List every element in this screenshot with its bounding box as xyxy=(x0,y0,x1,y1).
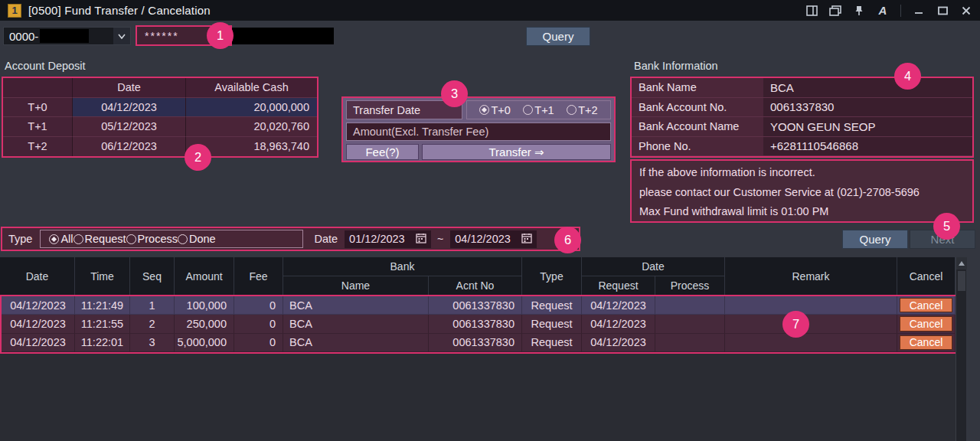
order-request-date[interactable]: 04/12/2023 xyxy=(582,315,655,333)
order-bank-name[interactable]: BCA xyxy=(283,296,429,315)
font-settings-icon[interactable]: A xyxy=(877,5,889,17)
account-select[interactable]: 0000- xyxy=(3,27,131,45)
deposit-row-date[interactable]: 04/12/2023 xyxy=(73,98,186,118)
minimize-icon[interactable] xyxy=(913,5,925,17)
header-amount: Amount xyxy=(175,257,234,296)
amount-input[interactable]: Amount(Excl. Transfer Fee) xyxy=(346,122,611,141)
deposit-row-label[interactable]: T+2 xyxy=(3,137,73,157)
transfer-date-option-t2[interactable]: T+2 xyxy=(567,104,597,116)
notice-line: please contact our Customer Service at (… xyxy=(639,183,965,203)
deposit-row-label[interactable]: T+0 xyxy=(3,98,73,118)
order-acnt-no[interactable]: 0061337830 xyxy=(429,315,522,333)
deposit-row-label[interactable]: T+1 xyxy=(3,117,73,137)
order-date[interactable]: 04/12/2023 xyxy=(2,296,75,315)
annotation-badge-5: 5 xyxy=(933,213,960,240)
bank-field-label: Phone No. xyxy=(632,137,763,157)
order-bank-name[interactable]: BCA xyxy=(283,315,429,333)
order-request-date[interactable]: 04/12/2023 xyxy=(582,296,655,315)
order-date[interactable]: 04/12/2023 xyxy=(2,315,75,333)
pin-icon[interactable] xyxy=(853,5,865,17)
calendar-icon[interactable] xyxy=(416,233,426,246)
order-amount[interactable]: 5,000,000 xyxy=(175,334,234,352)
order-time[interactable]: 11:21:49 xyxy=(75,296,130,315)
cancel-button[interactable]: Cancel xyxy=(900,335,952,350)
radio-label: Process xyxy=(138,233,178,245)
maximize-icon[interactable] xyxy=(936,5,949,17)
order-process-date[interactable] xyxy=(655,296,725,315)
deposit-row-cash[interactable]: 20,020,760 xyxy=(186,117,317,137)
orders-table-rows: 04/12/2023 11:21:49 1 100,000 0 BCA 0061… xyxy=(0,295,957,354)
vertical-scrollbar[interactable] xyxy=(956,257,966,441)
order-type[interactable]: Request xyxy=(522,315,582,333)
history-query-button[interactable]: Query xyxy=(842,230,908,249)
order-bank-name[interactable]: BCA xyxy=(283,334,429,352)
header-type: Type xyxy=(522,257,582,296)
header-request: Request xyxy=(582,276,655,296)
order-acnt-no[interactable]: 0061337830 xyxy=(429,334,522,352)
type-option-all[interactable]: All xyxy=(49,233,73,245)
order-fee[interactable]: 0 xyxy=(234,296,283,315)
transfer-date-option-t1[interactable]: T+1 xyxy=(523,104,554,116)
radio-icon xyxy=(523,105,533,115)
bank-information-table: Bank Name BCA Bank Account No. 006133783… xyxy=(630,77,974,158)
deposit-row-date[interactable]: 06/12/2023 xyxy=(73,137,186,157)
cancel-button[interactable]: Cancel xyxy=(900,298,952,312)
type-option-process[interactable]: Process xyxy=(126,233,178,245)
deposit-row-cash[interactable]: 20,000,000 xyxy=(186,98,317,118)
date-from-input[interactable]: 01/12/2023 xyxy=(345,230,431,248)
order-date[interactable]: 04/12/2023 xyxy=(2,334,75,352)
order-request-date[interactable]: 04/12/2023 xyxy=(582,334,655,352)
order-amount[interactable]: 250,000 xyxy=(175,315,234,333)
date-to-input[interactable]: 04/12/2023 xyxy=(450,230,537,248)
order-seq[interactable]: 2 xyxy=(130,315,175,333)
date-to-value: 04/12/2023 xyxy=(455,233,511,245)
transfer-date-option-t0[interactable]: T+0 xyxy=(479,104,510,116)
order-type[interactable]: Request xyxy=(522,334,582,352)
account-number: 0000- xyxy=(4,30,38,43)
order-remark[interactable] xyxy=(725,296,897,315)
order-type[interactable]: Request xyxy=(522,296,582,315)
order-cancel-cell: Cancel xyxy=(897,296,956,315)
bank-field-value: 0061337830 xyxy=(763,98,972,118)
order-time[interactable]: 11:21:55 xyxy=(75,315,130,333)
transfer-button[interactable]: Transfer ⇒ xyxy=(422,144,611,160)
radio-label: Request xyxy=(85,233,126,245)
order-time[interactable]: 11:22:01 xyxy=(75,334,130,352)
annotation-badge-2: 2 xyxy=(185,144,211,171)
order-fee[interactable]: 0 xyxy=(234,315,283,333)
radio-icon xyxy=(126,234,136,244)
order-seq[interactable]: 3 xyxy=(130,334,175,352)
account-query-button[interactable]: Query xyxy=(526,27,590,46)
cancel-button[interactable]: Cancel xyxy=(900,316,952,331)
deposit-row-date[interactable]: 05/12/2023 xyxy=(73,117,186,137)
type-option-request[interactable]: Request xyxy=(74,233,126,245)
order-remark[interactable] xyxy=(725,315,897,333)
radio-label: T+0 xyxy=(491,104,510,116)
scrollbar-thumb[interactable] xyxy=(958,271,965,291)
order-fee[interactable]: 0 xyxy=(234,334,283,352)
chevron-down-icon[interactable] xyxy=(113,28,130,44)
app-icon: 1 xyxy=(8,4,21,18)
fee-button[interactable]: Fee(?) xyxy=(346,144,419,160)
scroll-up-icon[interactable] xyxy=(956,257,967,270)
date-range-separator: ~ xyxy=(437,233,443,245)
split-window-icon[interactable] xyxy=(805,5,818,17)
orders-table-header: Date Time Seq Amount Fee Bank Type Date … xyxy=(0,257,956,296)
order-process-date[interactable] xyxy=(655,334,725,352)
type-option-done[interactable]: Done xyxy=(178,233,216,245)
order-cancel-cell: Cancel xyxy=(897,315,956,333)
type-filter-label: Type xyxy=(8,233,32,245)
cascade-windows-icon[interactable] xyxy=(829,5,841,17)
order-seq[interactable]: 1 xyxy=(130,296,175,315)
header-fee: Fee xyxy=(234,257,283,296)
calendar-icon[interactable] xyxy=(521,233,532,246)
close-icon[interactable] xyxy=(960,5,972,17)
radio-icon xyxy=(567,105,577,115)
annotation-badge-7: 7 xyxy=(782,311,809,338)
order-amount[interactable]: 100,000 xyxy=(175,296,234,315)
order-remark[interactable] xyxy=(725,334,897,352)
header-acnt-no: Acnt No xyxy=(429,276,522,296)
order-acnt-no[interactable]: 0061337830 xyxy=(429,296,522,315)
order-process-date[interactable] xyxy=(655,315,725,333)
header-time: Time xyxy=(75,257,130,296)
